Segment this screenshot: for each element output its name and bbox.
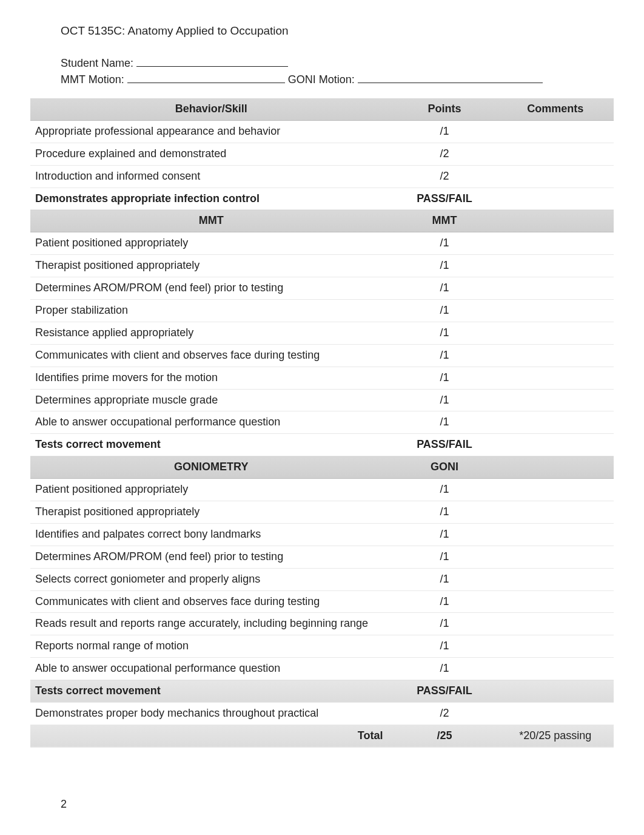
points-cell: /2: [392, 703, 497, 725]
student-name-line: Student Name:: [61, 56, 614, 70]
points-cell: /1: [392, 277, 497, 300]
comments-cell: [497, 456, 614, 479]
skill-cell: Patient positioned appropriately: [30, 479, 392, 501]
skill-cell: Behavior/Skill: [30, 98, 392, 120]
skill-cell: Reads result and reports range accuratel…: [30, 613, 392, 635]
comments-cell: [497, 523, 614, 546]
goni-motion-label: GONI Motion:: [285, 73, 358, 86]
mmt-motion-blank[interactable]: [127, 72, 285, 83]
comments-cell: [497, 546, 614, 568]
skill-cell: Selects correct goniometer and properly …: [30, 568, 392, 590]
table-row: Tests correct movementPASS/FAIL: [30, 680, 614, 703]
table-row: Reports normal range of motion/1: [30, 635, 614, 658]
skill-cell: Determines appropriate muscle grade: [30, 389, 392, 411]
points-cell: GONI: [392, 456, 497, 479]
points-cell: PASS/FAIL: [392, 188, 497, 210]
comments-cell: [497, 300, 614, 322]
points-cell: /2: [392, 143, 497, 165]
mmt-motion-label: MMT Motion:: [61, 73, 127, 86]
points-cell: /1: [392, 479, 497, 501]
skill-cell: Communicates with client and observes fa…: [30, 590, 392, 613]
skill-cell: Therapist positioned appropriately: [30, 501, 392, 524]
comments-cell: [497, 434, 614, 456]
table-row: Patient positioned appropriately/1: [30, 232, 614, 255]
comments-cell: [497, 188, 614, 210]
student-name-blank[interactable]: [136, 56, 288, 67]
points-cell: /1: [392, 367, 497, 389]
skill-cell: Identifies prime movers for the motion: [30, 367, 392, 389]
table-row: Introduction and informed consent/2: [30, 165, 614, 188]
table-row: Behavior/SkillPointsComments: [30, 98, 614, 120]
skill-cell: MMT: [30, 210, 392, 232]
goni-motion-blank[interactable]: [358, 72, 543, 83]
skill-cell: Procedure explained and demonstrated: [30, 143, 392, 165]
comments-cell: Comments: [497, 98, 614, 120]
student-name-label: Student Name:: [61, 57, 136, 70]
form-fields: Student Name: MMT Motion: GONI Motion:: [61, 56, 614, 86]
points-cell: PASS/FAIL: [392, 680, 497, 703]
table-row: Determines AROM/PROM (end feel) prior to…: [30, 546, 614, 568]
table-row: Therapist positioned appropriately/1: [30, 255, 614, 277]
points-cell: MMT: [392, 210, 497, 232]
table-row: Able to answer occupational performance …: [30, 411, 614, 434]
comments-cell: [497, 501, 614, 524]
table-row: Determines AROM/PROM (end feel) prior to…: [30, 277, 614, 300]
skill-cell: Able to answer occupational performance …: [30, 411, 392, 434]
points-cell: /1: [392, 523, 497, 546]
table-row: Communicates with client and observes fa…: [30, 590, 614, 613]
page-number: 2: [61, 798, 67, 811]
points-cell: /1: [392, 389, 497, 411]
skill-cell: Patient positioned appropriately: [30, 232, 392, 255]
comments-cell: [497, 232, 614, 255]
table-row: Communicates with client and observes fa…: [30, 344, 614, 367]
comments-cell: [497, 344, 614, 367]
table-row: Selects correct goniometer and properly …: [30, 568, 614, 590]
comments-cell: [497, 635, 614, 658]
skill-cell: Appropriate professional appearance and …: [30, 120, 392, 143]
points-cell: /1: [392, 613, 497, 635]
comments-cell: [497, 568, 614, 590]
comments-cell: [497, 367, 614, 389]
skill-cell: Able to answer occupational performance …: [30, 658, 392, 680]
skill-cell: GONIOMETRY: [30, 456, 392, 479]
skill-cell: Resistance applied appropriately: [30, 322, 392, 344]
skill-cell: Therapist positioned appropriately: [30, 255, 392, 277]
skill-cell: Demonstrates proper body mechanics throu…: [30, 703, 392, 725]
skill-cell: Demonstrates appropriate infection contr…: [30, 188, 392, 210]
points-cell: /25: [392, 725, 497, 747]
comments-cell: [497, 658, 614, 680]
table-row: Identifies prime movers for the motion/1: [30, 367, 614, 389]
motion-line: MMT Motion: GONI Motion:: [61, 72, 614, 86]
rubric-table: Behavior/SkillPointsCommentsAppropriate …: [30, 98, 614, 748]
points-cell: /1: [392, 255, 497, 277]
comments-cell: [497, 613, 614, 635]
table-row: Proper stabilization/1: [30, 300, 614, 322]
points-cell: /1: [392, 590, 497, 613]
table-row: Resistance applied appropriately/1: [30, 322, 614, 344]
points-cell: PASS/FAIL: [392, 434, 497, 456]
skill-cell: Proper stabilization: [30, 300, 392, 322]
comments-cell: [497, 322, 614, 344]
points-cell: /1: [392, 120, 497, 143]
comments-cell: [497, 680, 614, 703]
comments-cell: [497, 165, 614, 188]
points-cell: /1: [392, 344, 497, 367]
table-row: Patient positioned appropriately/1: [30, 479, 614, 501]
skill-cell: Determines AROM/PROM (end feel) prior to…: [30, 546, 392, 568]
table-row: Total/25*20/25 passing: [30, 725, 614, 747]
table-row: Reads result and reports range accuratel…: [30, 613, 614, 635]
skill-cell: Reports normal range of motion: [30, 635, 392, 658]
points-cell: /1: [392, 232, 497, 255]
comments-cell: *20/25 passing: [497, 725, 614, 747]
skill-cell: Determines AROM/PROM (end feel) prior to…: [30, 277, 392, 300]
points-cell: /1: [392, 658, 497, 680]
points-cell: /1: [392, 546, 497, 568]
comments-cell: [497, 255, 614, 277]
points-cell: /1: [392, 411, 497, 434]
comments-cell: [497, 120, 614, 143]
table-row: Procedure explained and demonstrated/2: [30, 143, 614, 165]
course-title: OCT 5135C: Anatomy Applied to Occupation: [61, 24, 614, 38]
table-row: Able to answer occupational performance …: [30, 658, 614, 680]
skill-cell: Tests correct movement: [30, 680, 392, 703]
points-cell: /2: [392, 165, 497, 188]
